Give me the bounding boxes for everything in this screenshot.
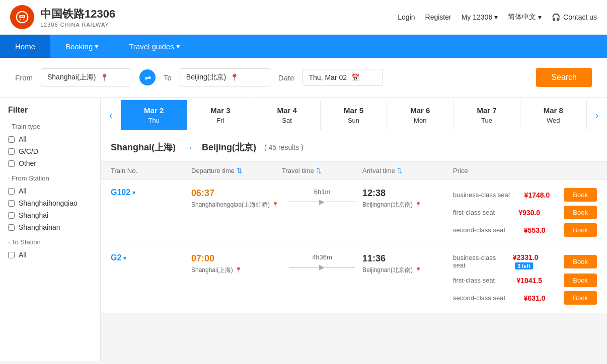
date-tab-1[interactable]: Mar 3 Fri xyxy=(187,100,254,130)
my12306-dropdown-icon: ▾ xyxy=(494,13,498,21)
date-tab-0[interactable]: Mar 2 Thu xyxy=(121,100,187,130)
book-button-g102-second[interactable]: Book xyxy=(564,223,597,237)
train-number-g2[interactable]: G2 ▾ xyxy=(111,253,191,262)
book-button-g2-second[interactable]: Book xyxy=(564,291,597,305)
to-station-label: · To Station xyxy=(8,238,92,246)
price-row-g2-first: first-class seat ¥1041.5 Book xyxy=(453,274,597,287)
nav-home[interactable]: Home xyxy=(0,35,50,58)
arrival-pin-icon-g102: 📍 xyxy=(415,202,422,208)
travel-arrow-g2: ▶ xyxy=(289,263,356,271)
book-button-g2-first[interactable]: Book xyxy=(564,274,597,287)
logo-icon xyxy=(10,5,34,29)
seat-type-g102-second: second-class seat xyxy=(453,226,505,234)
filter-from-hongqiao[interactable]: Shanghaihongqiao xyxy=(8,199,92,207)
date-input[interactable]: Thu, Mar 02 📅 xyxy=(302,69,383,86)
seats-left-badge-g2: 3 left xyxy=(515,262,533,269)
col-arrival[interactable]: Arrival time ⇅ xyxy=(362,167,453,174)
seat-type-g2-second: second-class seat xyxy=(453,294,505,302)
route-results-count: ( 45 results ) xyxy=(264,143,304,151)
price-row-g102-first: first-class seat ¥930.0 Book xyxy=(453,206,597,219)
seat-type-g2-business: business-class seat xyxy=(453,254,505,269)
price-col-g102: business-class seat ¥1748.0 Book first-c… xyxy=(453,188,597,237)
filter-title: Filter xyxy=(8,106,92,115)
travel-duration-g2: 4h36m xyxy=(312,253,332,261)
travel-arrow-g102: ▶ xyxy=(289,198,356,206)
departure-pin-icon-g102: 📍 xyxy=(272,202,279,208)
date-tab-2[interactable]: Mar 4 Sat xyxy=(254,100,321,130)
arrival-time-g102: 12:38 xyxy=(362,188,453,199)
svg-rect-1 xyxy=(19,15,25,18)
filter-to-all[interactable]: All xyxy=(8,251,92,259)
headset-icon: 🎧 xyxy=(552,13,560,21)
next-date-arrow[interactable]: › xyxy=(587,98,607,133)
route-to: Beijing(北京) xyxy=(202,141,256,153)
price-row-g2-business: business-class seat ¥2331.0 3 left Book xyxy=(453,253,597,269)
book-button-g102-business[interactable]: Book xyxy=(564,188,597,202)
from-value: Shanghai(上海) xyxy=(47,73,96,82)
book-button-g102-first[interactable]: Book xyxy=(564,206,597,219)
svg-rect-4 xyxy=(21,16,22,17)
nav-travel-guides[interactable]: Travel guides ▾ xyxy=(114,35,195,58)
table-row: G2 ▾ 07:00 Shanghai(上海) 📍 4h36m ▶ 11: xyxy=(101,245,607,313)
header: 中国铁路12306 12306 CHINA RAILWAY Login Regi… xyxy=(0,0,607,35)
price-g2-business: ¥2331.0 3 left xyxy=(513,253,556,269)
header-right: Login Register My 12306 ▾ 简体中文 ▾ 🎧 Conta… xyxy=(398,13,597,22)
prev-date-arrow[interactable]: ‹ xyxy=(101,98,121,133)
route-from: Shanghai(上海) xyxy=(111,141,176,153)
my12306-link[interactable]: My 12306 ▾ xyxy=(462,13,498,21)
train-number-g102[interactable]: G102 ▾ xyxy=(111,188,191,197)
travel-info-g102: 6h1m ▶ xyxy=(282,188,362,206)
date-tab-4[interactable]: Mar 6 Mon xyxy=(387,100,453,130)
from-station-label: · From Station xyxy=(8,174,92,182)
filter-train-all[interactable]: All xyxy=(8,135,92,143)
search-bar: From Shanghai(上海) 📍 ⇌ To Beijing(北京) 📍 D… xyxy=(0,58,607,98)
filter-from-shanghai[interactable]: Shanghai xyxy=(8,211,92,219)
language-select[interactable]: 简体中文 ▾ xyxy=(508,13,542,22)
travel-guides-dropdown-icon: ▾ xyxy=(176,42,180,51)
price-row-g2-second: second-class seat ¥631.0 Book xyxy=(453,291,597,305)
filter-train-other[interactable]: Other xyxy=(8,159,92,167)
from-input[interactable]: Shanghai(上海) 📍 xyxy=(41,68,131,86)
to-label: To xyxy=(164,73,172,82)
filter-from-shanghainan[interactable]: Shanghainan xyxy=(8,223,92,231)
col-travel[interactable]: Travel time ⇅ xyxy=(282,167,362,174)
date-value: Thu, Mar 02 xyxy=(309,73,347,81)
results-panel: ‹ Mar 2 Thu Mar 3 Fri Mar 4 Sat Mar 5 Su… xyxy=(101,98,607,361)
filter-from-all[interactable]: All xyxy=(8,187,92,195)
price-g102-business: ¥1748.0 xyxy=(524,191,550,199)
filter-train-gcd[interactable]: G/C/D xyxy=(8,147,92,155)
date-tab-3[interactable]: Mar 5 Sun xyxy=(321,100,387,130)
date-tab-5[interactable]: Mar 7 Tue xyxy=(453,100,520,130)
booking-dropdown-icon: ▾ xyxy=(95,42,99,51)
arrival-info-g102: 12:38 Beijingnan(北京南) 📍 xyxy=(362,188,453,209)
arrival-station-g102: Beijingnan(北京南) 📍 xyxy=(362,201,453,209)
table-row: G102 ▾ 06:37 Shanghaihongqiao(上海虹桥) 📍 6h… xyxy=(101,180,607,245)
from-label: From xyxy=(15,73,33,82)
svg-rect-5 xyxy=(23,16,24,17)
to-input[interactable]: Beijing(北京) 📍 xyxy=(180,68,270,86)
book-button-g2-business[interactable]: Book xyxy=(564,255,597,268)
route-arrow-icon: → xyxy=(184,142,194,153)
date-tab-6[interactable]: Mar 8 Wed xyxy=(520,100,587,130)
price-g102-first: ¥930.0 xyxy=(518,209,540,217)
login-link[interactable]: Login xyxy=(398,13,415,21)
departure-info-g2: 07:00 Shanghai(上海) 📍 xyxy=(191,253,282,275)
contact-us[interactable]: 🎧 Contact us xyxy=(552,13,597,21)
svg-rect-2 xyxy=(20,19,21,20)
col-departure[interactable]: Departure time ⇅ xyxy=(191,167,282,174)
arrival-pin-icon-g2: 📍 xyxy=(415,267,422,274)
col-price: Price xyxy=(453,167,597,174)
logo-subtitle: 12306 CHINA RAILWAY xyxy=(40,22,115,28)
price-g102-second: ¥553.0 xyxy=(524,226,546,234)
seat-type-g102-first: first-class seat xyxy=(453,209,495,216)
seat-type-g2-first: first-class seat xyxy=(453,277,495,284)
price-row-g102-business: business-class seat ¥1748.0 Book xyxy=(453,188,597,202)
nav-booking[interactable]: Booking ▾ xyxy=(50,35,114,58)
search-button[interactable]: Search xyxy=(536,68,592,87)
from-location-icon: 📍 xyxy=(100,73,109,81)
sidebar: Filter · Train type All G/C/D Other · Fr… xyxy=(0,98,101,361)
swap-button[interactable]: ⇌ xyxy=(139,69,156,85)
departure-time-g2: 07:00 xyxy=(191,253,282,264)
register-link[interactable]: Register xyxy=(425,13,451,21)
logo-title: 中国铁路12306 xyxy=(40,7,115,22)
